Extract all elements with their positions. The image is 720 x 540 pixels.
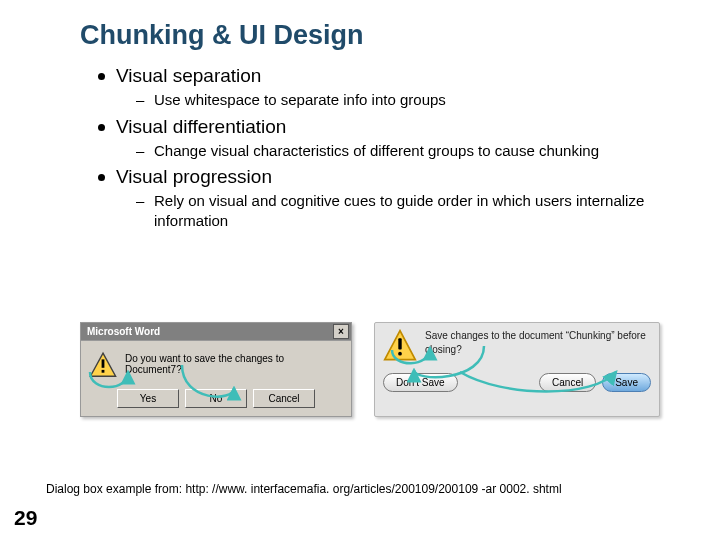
bullet-item: Visual differentiation Change visual cha… <box>94 116 692 161</box>
bullet-text: Visual progression <box>116 166 272 187</box>
source-note: Dialog box example from: http: //www. in… <box>46 482 562 496</box>
bullet-list: Visual separation Use whitespace to sepa… <box>94 65 692 230</box>
dont-save-button[interactable]: Don't Save <box>383 373 458 392</box>
no-button[interactable]: No <box>185 389 247 408</box>
cancel-button[interactable]: Cancel <box>253 389 315 408</box>
subbullet-item: Rely on visual and cognitive cues to gui… <box>136 191 692 230</box>
dialog-message: Do you want to save the changes to Docum… <box>125 351 343 375</box>
svg-rect-4 <box>398 338 401 349</box>
save-button[interactable]: Save <box>602 373 651 392</box>
dialog-body: Do you want to save the changes to Docum… <box>80 341 352 417</box>
close-button[interactable]: × <box>333 324 349 339</box>
warning-icon <box>383 329 417 363</box>
svg-rect-2 <box>102 370 105 373</box>
bullet-item: Visual separation Use whitespace to sepa… <box>94 65 692 110</box>
svg-rect-1 <box>102 359 105 367</box>
mac-dialog: Save changes to the document “Chunking” … <box>374 322 660 417</box>
subbullet-item: Use whitespace to separate info into gro… <box>136 90 692 110</box>
dialog-titlebar: Microsoft Word × <box>80 322 352 341</box>
dialog-message: Save changes to the document “Chunking” … <box>425 329 651 356</box>
close-icon: × <box>338 327 344 337</box>
subbullet-item: Change visual characteristics of differe… <box>136 141 692 161</box>
warning-icon <box>89 351 117 379</box>
subbullet-text: Change visual characteristics of differe… <box>154 142 599 159</box>
slide: Chunking & UI Design Visual separation U… <box>0 0 720 540</box>
button-spacer <box>464 373 533 392</box>
bullet-item: Visual progression Rely on visual and co… <box>94 166 692 230</box>
svg-point-5 <box>398 352 402 356</box>
dialog-title: Microsoft Word <box>87 326 160 337</box>
dialog-figures: Microsoft Word × Do you want to save the… <box>80 322 660 417</box>
bullet-text: Visual separation <box>116 65 261 86</box>
yes-button[interactable]: Yes <box>117 389 179 408</box>
slide-number: 29 <box>14 506 37 530</box>
bullet-text: Visual differentiation <box>116 116 286 137</box>
slide-title: Chunking & UI Design <box>80 20 692 51</box>
subbullet-text: Use whitespace to separate info into gro… <box>154 91 446 108</box>
subbullet-text: Rely on visual and cognitive cues to gui… <box>154 192 644 229</box>
cancel-button[interactable]: Cancel <box>539 373 596 392</box>
windows-dialog: Microsoft Word × Do you want to save the… <box>80 322 352 417</box>
